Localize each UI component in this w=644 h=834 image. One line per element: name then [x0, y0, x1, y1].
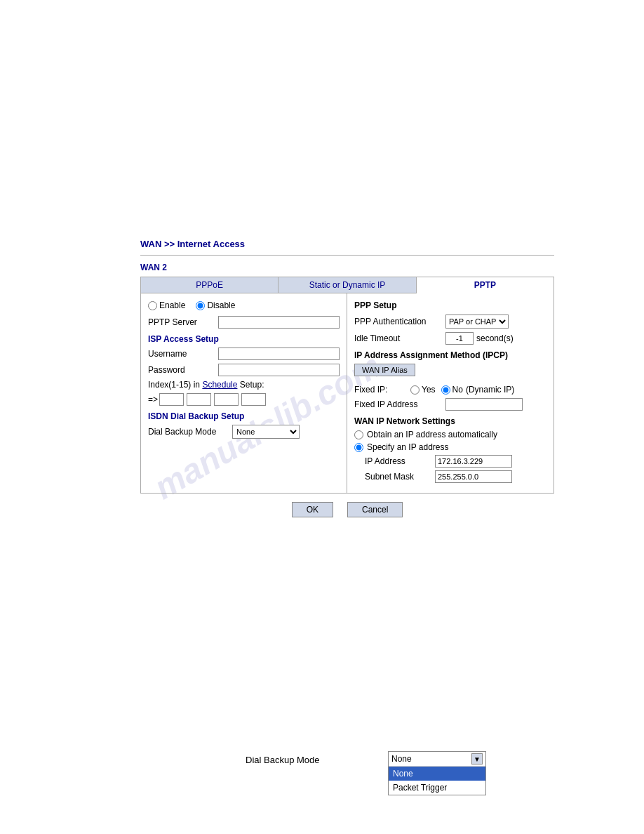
specify-ip-row: Specify an IP address [354, 442, 546, 452]
isp-section-title: ISP Access Setup [148, 334, 340, 344]
schedule-input-4[interactable] [241, 393, 266, 406]
dial-backup-mode-row: Dial Backup Mode None Packet Trigger [148, 425, 340, 439]
obtain-auto-label: Obtain an IP address automatically [367, 430, 497, 439]
separator [140, 255, 554, 256]
wan-ip-alias-button[interactable]: WAN IP Alias [354, 364, 415, 376]
subnet-mask-label: Subnet Mask [365, 472, 435, 482]
tab-pppoe[interactable]: PPPoE [141, 277, 279, 293]
ip-assign-title: IP Address Assignment Method (IPCP) [354, 350, 546, 360]
ok-button[interactable]: OK [292, 502, 333, 517]
obtain-auto-row: Obtain an IP address automatically [354, 430, 546, 439]
yes-label: Yes [422, 385, 436, 395]
pptp-server-row: PPTP Server [148, 316, 340, 329]
cancel-button[interactable]: Cancel [347, 502, 403, 517]
left-panel: Enable Disable PPTP Server ISP Access Se… [141, 293, 347, 493]
dropdown-header-text: None [391, 754, 412, 764]
fixed-ip-no-radio[interactable] [441, 385, 450, 395]
dropdown-label-row: Dial Backup Mode [246, 755, 320, 765]
subnet-mask-input[interactable] [435, 470, 512, 483]
subnet-mask-row: Subnet Mask [365, 470, 546, 483]
disable-radio[interactable] [196, 301, 205, 310]
tab-static[interactable]: Static or Dynamic IP [279, 277, 416, 293]
fixed-ip-addr-input[interactable] [445, 398, 523, 411]
dial-backup-mode-select[interactable]: None Packet Trigger [232, 425, 300, 439]
wan-network-title: WAN IP Network Settings [354, 416, 546, 426]
schedule-row: Index(1-15) in Schedule Setup: [148, 380, 340, 390]
ppp-auth-row: PPP Authentication PAP or CHAP PAP CHAP [354, 315, 546, 329]
enable-disable-row: Enable Disable [148, 300, 340, 310]
breadcrumb: WAN >> Internet Access [140, 239, 554, 249]
enable-radio-label[interactable]: Enable [148, 300, 185, 310]
fixed-ip-row: Fixed IP: Yes No (Dynamic IP) [354, 385, 546, 395]
ip-address-row: IP Address [365, 455, 546, 468]
fixed-ip-yes-radio[interactable] [410, 385, 420, 395]
dropdown-item-none[interactable]: None [389, 767, 485, 781]
right-panel: PPP Setup PPP Authentication PAP or CHAP… [347, 293, 554, 493]
pptp-server-input[interactable] [218, 316, 340, 329]
disable-label: Disable [207, 300, 235, 310]
dropdown-popup: None ▼ None Packet Trigger [388, 751, 486, 795]
schedule-input-2[interactable] [187, 393, 211, 406]
button-row: OK Cancel [140, 502, 554, 517]
schedule-inputs-row: => [148, 393, 340, 406]
dropdown-label: Dial Backup Mode [246, 755, 320, 765]
setup-label: Setup: [240, 380, 264, 390]
dropdown-arrow-icon[interactable]: ▼ [471, 753, 483, 764]
dropdown-item-packet-trigger[interactable]: Packet Trigger [389, 781, 485, 795]
ip-address-label: IP Address [365, 456, 435, 466]
tabs-row: PPPoE Static or Dynamic IP PPTP [141, 277, 554, 293]
ppp-auth-label: PPP Authentication [354, 317, 445, 326]
disable-radio-label[interactable]: Disable [196, 300, 235, 310]
password-row: Password [148, 364, 340, 376]
password-input[interactable] [218, 364, 340, 376]
seconds-label: second(s) [476, 333, 514, 343]
fixed-ip-addr-label: Fixed IP Address [354, 399, 445, 409]
fixed-ip-no-label[interactable]: No [441, 385, 463, 395]
schedule-link[interactable]: Schedule [202, 380, 237, 390]
no-label: No [452, 385, 463, 395]
schedule-input-1[interactable] [159, 393, 184, 406]
main-container: PPPoE Static or Dynamic IP PPTP Enable D… [140, 277, 554, 494]
idle-timeout-row: Idle Timeout second(s) [354, 332, 546, 345]
fixed-ip-yes-label[interactable]: Yes [410, 385, 436, 395]
ip-address-input[interactable] [435, 455, 512, 468]
username-row: Username [148, 348, 340, 360]
content-area: Enable Disable PPTP Server ISP Access Se… [141, 293, 554, 493]
idle-timeout-label: Idle Timeout [354, 333, 445, 343]
enable-radio[interactable] [148, 301, 157, 310]
dial-backup-mode-label: Dial Backup Mode [148, 427, 232, 437]
enable-label: Enable [159, 300, 185, 310]
index-label: Index(1-15) in [148, 380, 200, 390]
ppp-auth-select[interactable]: PAP or CHAP PAP CHAP [445, 315, 509, 329]
specify-ip-label: Specify an IP address [367, 442, 449, 452]
specify-ip-radio[interactable] [354, 443, 363, 452]
username-input[interactable] [218, 348, 340, 360]
ppp-setup-title: PPP Setup [354, 300, 546, 310]
pptp-server-label: PPTP Server [148, 317, 218, 327]
password-label: Password [148, 365, 218, 375]
isdn-section-title: ISDN Dial Backup Setup [148, 411, 340, 421]
username-label: Username [148, 349, 218, 359]
tab-pptp[interactable]: PPTP [417, 277, 554, 293]
arrow-label: => [148, 395, 158, 404]
schedule-input-3[interactable] [214, 393, 239, 406]
fixed-ip-label: Fixed IP: [354, 385, 410, 395]
dynamic-ip-label: (Dynamic IP) [466, 385, 514, 395]
idle-timeout-input[interactable] [445, 332, 474, 345]
fixed-ip-addr-row: Fixed IP Address [354, 398, 546, 411]
wan-label: WAN 2 [140, 263, 554, 272]
obtain-auto-radio[interactable] [354, 430, 363, 439]
dropdown-header[interactable]: None ▼ [389, 752, 485, 767]
